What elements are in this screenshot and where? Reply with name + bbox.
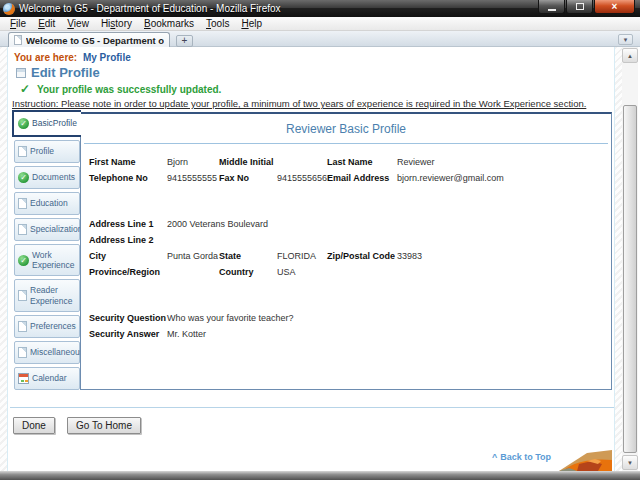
sidebar-tab-work-experience[interactable]: ✓Work Experience	[14, 244, 80, 276]
window-controls: ×	[538, 0, 635, 14]
menu-history[interactable]: History	[95, 18, 138, 29]
field-value: 9415555555	[165, 170, 219, 186]
field-value	[165, 232, 219, 248]
sidebar-tab-reader-experience[interactable]: Reader Experience	[14, 279, 80, 311]
field-value	[395, 310, 601, 326]
field-value	[165, 264, 219, 280]
field-value	[395, 264, 601, 280]
sidebar-tab-label: Preferences	[30, 321, 76, 331]
edit-profile-icon	[16, 68, 26, 78]
profile-section-3: Security QuestionWho was your favorite t…	[89, 310, 601, 342]
scroll-up-button[interactable]: ▲	[622, 48, 638, 63]
sidebar-tab-documents[interactable]: ✓Documents	[14, 166, 80, 189]
browser-tab-title: Welcome to G5 - Department of Edu...	[26, 35, 164, 46]
field-value: Reviewer	[395, 154, 601, 170]
sidebar-tab-label: Calendar	[32, 373, 67, 383]
field-label: Middle Initial	[219, 154, 275, 170]
panel-title: Reviewer Basic Profile	[81, 122, 611, 136]
page-icon	[18, 347, 27, 358]
sidebar-tab-calendar[interactable]: Calendar	[14, 367, 80, 390]
field-value: Bjorn	[165, 154, 219, 170]
minimize-button[interactable]	[538, 0, 565, 14]
menu-help[interactable]: Help	[235, 18, 268, 29]
page-icon	[18, 290, 27, 301]
menu-view[interactable]: View	[61, 18, 95, 29]
field-label: Address Line 1	[89, 216, 165, 232]
profile-panel: Reviewer Basic Profile First NameBjornMi…	[80, 112, 612, 390]
sidebar-tab-specialization[interactable]: Specialization	[14, 218, 80, 241]
sidebar-tab-education[interactable]: Education	[14, 192, 80, 215]
sidebar-tab-basicprofile[interactable]: ✓BasicProfile	[12, 110, 81, 137]
title-bar: Welcome to G5 - Department of Education …	[0, 0, 640, 17]
sidebar-tab-preferences[interactable]: Preferences	[14, 315, 80, 338]
check-icon: ✓	[18, 255, 29, 266]
field-row: Security QuestionWho was your favorite t…	[89, 310, 601, 326]
field-label	[327, 264, 395, 280]
success-message: ✓ Your profile was successfully updated.	[20, 83, 221, 95]
browser-tab[interactable]: Welcome to G5 - Department of Edu...	[8, 32, 170, 47]
field-label	[219, 232, 275, 248]
tab-strip: Welcome to G5 - Department of Edu... + ▾	[0, 31, 640, 47]
field-label: Security Answer	[89, 326, 165, 342]
menu-edit[interactable]: Edit	[32, 18, 61, 29]
sidebar-tab-label: Education	[30, 198, 68, 208]
field-label	[327, 216, 395, 232]
field-label	[219, 326, 275, 342]
field-value	[275, 216, 327, 232]
page-icon	[14, 35, 22, 45]
field-row: Address Line 2	[89, 232, 601, 248]
calendar-icon	[18, 373, 29, 384]
sidebar-tab-profile[interactable]: Profile	[14, 140, 80, 163]
field-label	[327, 326, 395, 342]
maximize-icon	[576, 3, 584, 10]
list-all-tabs-button[interactable]: ▾	[618, 34, 633, 45]
profile-section-2: Address Line 12000 Veterans BoulevardAdd…	[89, 216, 601, 280]
breadcrumb-my-profile-link[interactable]: My Profile	[83, 52, 131, 63]
field-row: Province/RegionCountryUSA	[89, 264, 601, 280]
sidebar-tab-label: Specialization	[30, 224, 82, 234]
decorative-graphic	[553, 447, 612, 471]
page-title: Edit Profile	[31, 65, 100, 80]
scrollbar-thumb[interactable]	[623, 105, 637, 453]
field-label: Last Name	[327, 154, 395, 170]
page-left-margin	[0, 47, 8, 471]
field-row: Telephone No9415555555Fax No9415555656Em…	[89, 170, 601, 186]
done-button[interactable]: Done	[13, 417, 55, 434]
firefox-icon	[3, 3, 15, 15]
sidebar-tab-label: Reader Experience	[30, 285, 78, 305]
maximize-button[interactable]	[566, 0, 593, 14]
field-value: 2000 Veterans Boulevard	[165, 216, 219, 232]
field-label: Email Address	[327, 170, 395, 186]
menu-bookmarks[interactable]: Bookmarks	[138, 18, 200, 29]
field-value: 9415555656	[275, 170, 327, 186]
field-label: First Name	[89, 154, 165, 170]
scroll-down-button[interactable]: ▼	[622, 455, 638, 470]
field-value	[395, 232, 601, 248]
menu-tools[interactable]: Tools	[200, 18, 235, 29]
back-to-top-link[interactable]: ^Back to Top	[492, 452, 551, 462]
vertical-scrollbar[interactable]: ▲ ▼	[622, 47, 638, 471]
page-icon	[18, 224, 27, 235]
field-value	[275, 154, 327, 170]
menu-file[interactable]: File	[4, 18, 32, 29]
minimize-icon	[548, 9, 556, 11]
field-row: CityPunta GordaStateFLORIDAZip/Postal Co…	[89, 248, 601, 264]
field-label: Zip/Postal Code	[327, 248, 395, 264]
sidebar-tab-miscellaneous[interactable]: Miscellaneous	[14, 341, 80, 364]
panel-body: First NameBjornMiddle InitialLast NameRe…	[81, 154, 611, 342]
browser-window: Welcome to G5 - Department of Education …	[0, 0, 640, 480]
checkmark-icon: ✓	[20, 83, 30, 95]
page-viewport: You are here: My Profile Edit Profile ✓ …	[0, 47, 640, 471]
field-row: Address Line 12000 Veterans Boulevard	[89, 216, 601, 232]
instruction-text: Instruction: Please note in order to upd…	[12, 98, 586, 109]
close-button[interactable]: ×	[594, 0, 635, 14]
go-to-home-button[interactable]: Go To Home	[67, 417, 141, 434]
field-label: Fax No	[219, 170, 275, 186]
new-tab-button[interactable]: +	[176, 35, 193, 47]
field-label	[327, 232, 395, 248]
field-value: bjorn.reviewer@gmail.com	[395, 170, 601, 186]
field-value	[395, 216, 601, 232]
success-text: Your profile was successfully updated.	[37, 84, 221, 95]
back-to-top-label: Back to Top	[500, 452, 551, 462]
field-value: FLORIDA	[275, 248, 327, 264]
